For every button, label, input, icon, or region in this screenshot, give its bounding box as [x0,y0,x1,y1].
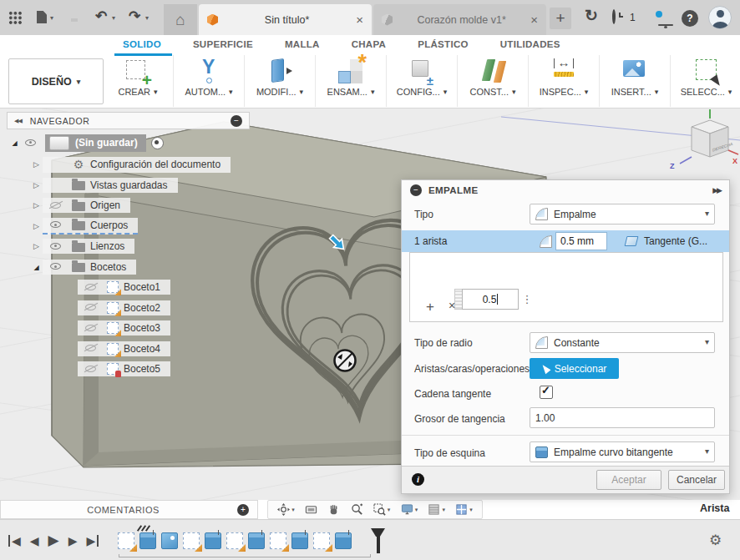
timeline-feature[interactable] [291,532,308,549]
ribbon-tab[interactable]: PLÁSTICO [402,39,484,49]
expander-icon[interactable] [30,263,43,271]
expander-icon[interactable] [30,222,43,230]
visibility-eye-icon[interactable] [84,364,99,375]
redo-caret-icon[interactable]: ▾ [145,14,149,22]
visibility-eye-icon[interactable] [84,343,99,354]
job-status-clock-icon[interactable] [612,9,616,24]
pan-button[interactable] [327,503,340,516]
timeline-feature[interactable] [270,532,286,549]
app-launcher-icon[interactable] [8,11,22,24]
play-icon[interactable]: ▶ [48,535,59,547]
file-menu-icon[interactable] [37,11,47,23]
step-back-icon[interactable]: ◀ [30,535,39,547]
close-tab-icon[interactable]: × [356,13,363,26]
timeline-feature[interactable] [161,532,178,549]
grid-snap-button[interactable]: ▾ [428,503,445,516]
toolbar-group[interactable]: AUTOM...▾ [174,55,245,107]
collapse-panel-icon[interactable]: ◀◀ [14,118,22,124]
timeline-position-marker[interactable] [371,528,385,554]
navigator-item[interactable]: Configuración del documento [8,154,231,175]
navigator-item[interactable]: Bocetos [8,257,231,278]
slider-drag-handle[interactable] [454,289,462,310]
ribbon-tab[interactable]: CHAPA [336,39,403,49]
corner-type-select[interactable]: Empalme curvo bitangente [530,441,715,462]
more-options-icon[interactable] [519,289,535,310]
accept-button[interactable]: Aceptar [596,470,661,490]
remove-edge-set-button[interactable]: × [449,300,455,311]
navigator-item[interactable]: Boceto4 [8,339,231,360]
toolbar-group[interactable]: INSERT...▾ [600,55,671,107]
timeline-settings-gear-icon[interactable]: ⚙ [709,533,722,547]
sync-status-icon[interactable]: ↻ [585,8,598,23]
navigator-item[interactable]: Origen [8,195,231,216]
visibility-eye-icon[interactable] [49,200,63,211]
zoom-window-button[interactable]: ▾ [373,503,391,516]
navigator-item[interactable]: Vistas guardadas [8,175,231,196]
expander-icon[interactable] [30,201,43,209]
visibility-eye-icon[interactable] [84,323,99,334]
radius-input[interactable]: 0.5 [462,289,519,310]
new-tab-button[interactable]: + [550,8,571,29]
toolbar-group[interactable]: CONST...▾ [458,55,529,107]
comments-bar[interactable]: COMENTARIOS [0,500,258,519]
undo-icon[interactable]: ↶ [95,9,107,23]
timeline-feature[interactable] [226,532,243,549]
cancel-button[interactable]: Cancelar [668,470,725,490]
viewports-button[interactable]: ▾ [455,503,473,516]
document-tab-active[interactable]: Sin título* × [199,4,372,35]
toolbar-group[interactable]: MODIFI...▾ [245,55,316,107]
edge-set-row-selected[interactable]: 1 arista 0.5 mm Tangente (G... [402,230,729,252]
toolbar-group[interactable]: CONFIG...▾ [387,55,458,107]
user-avatar[interactable] [708,6,732,29]
display-settings-button[interactable]: ▾ [401,503,418,516]
dock-dialog-icon[interactable]: ▶▶ [712,186,721,194]
tangent-chain-checkbox[interactable] [540,386,553,399]
undo-caret-icon[interactable]: ▾ [112,14,115,22]
add-edge-set-button[interactable]: + [426,300,434,314]
design-workspace-dropdown[interactable]: DISEÑO▾ [8,58,104,104]
activate-component-radio[interactable] [151,137,164,149]
toolbar-group[interactable]: SELECC...▾ [671,55,740,107]
fillet-type-select[interactable]: Empalme [530,204,715,225]
navigator-item[interactable]: Cuerpos [8,216,231,237]
ribbon-tab[interactable]: UTILIDADES [484,39,576,49]
ribbon-tab[interactable]: MALLA [269,39,336,49]
toolbar-group[interactable]: INSPEC...▾ [529,55,600,107]
navigator-item[interactable]: Boceto1 [8,277,231,298]
ribbon-tab[interactable]: SOLIDO [107,39,177,49]
ribbon-tab[interactable]: SUPERFICIE [177,39,269,49]
file-menu-caret-icon[interactable]: ▾ [50,14,53,22]
orbit-button[interactable]: ▾ [277,503,295,516]
navigator-header[interactable]: ◀◀ NAVEGADOR [7,112,250,129]
skip-to-start-icon[interactable]: ◀ [8,535,21,547]
drag-handle-manipulator[interactable] [335,351,356,371]
tangency-weight-input[interactable]: 1.00 [530,407,715,428]
collapse-dialog-icon[interactable] [410,184,422,196]
radius-type-select[interactable]: Constante [530,332,715,353]
navigator-item[interactable]: Boceto5 [8,359,231,380]
visibility-eye-icon[interactable] [49,241,63,252]
redo-icon[interactable]: ↷ [129,9,140,23]
visibility-eye-icon[interactable] [49,219,63,230]
expander-icon[interactable] [30,160,43,169]
step-forward-icon[interactable]: ▶ [68,535,78,547]
timeline-feature[interactable] [139,532,156,549]
navigator-item[interactable]: Boceto3 [8,318,231,339]
visibility-eye-icon[interactable] [84,282,99,293]
add-comment-icon[interactable] [237,504,249,516]
minimize-panel-icon[interactable] [231,115,242,127]
help-icon[interactable]: ? [682,10,698,27]
look-at-button[interactable] [305,503,317,516]
expander-icon[interactable] [8,139,21,147]
select-button[interactable]: Seleccionar [530,358,619,379]
close-tab-icon[interactable]: × [530,13,538,26]
document-tab-inactive[interactable]: Corazón molde v1* × [373,4,546,35]
edge-set-list[interactable]: 0.5 + × [409,252,723,322]
navigator-item[interactable]: Lienzos [8,236,231,257]
timeline-feature[interactable] [205,532,221,549]
info-icon[interactable] [412,473,424,486]
zoom-button[interactable] [351,503,363,516]
navigator-item[interactable]: Boceto2 [8,298,231,319]
timeline-feature[interactable] [335,532,352,549]
visibility-eye-icon[interactable] [49,261,63,272]
